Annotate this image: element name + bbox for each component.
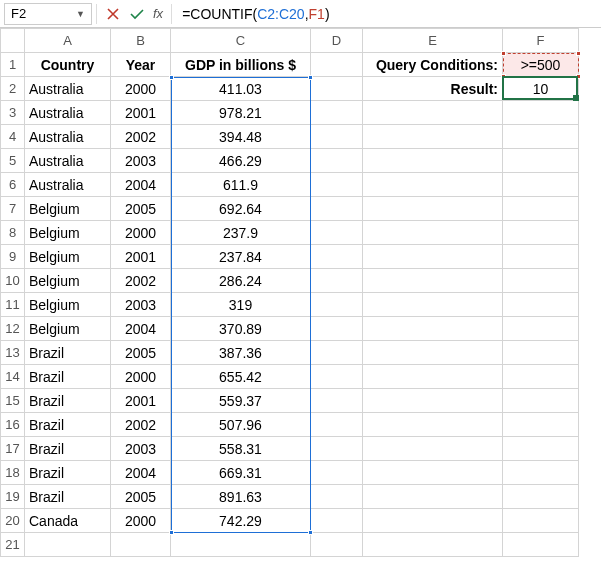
cell-E[interactable] [363,101,503,125]
cell-F[interactable] [503,197,579,221]
cell-year[interactable]: 2000 [111,509,171,533]
cell-year[interactable]: 2001 [111,101,171,125]
cell-E[interactable] [363,221,503,245]
cell-gdp[interactable]: 466.29 [171,149,311,173]
cell-F[interactable] [503,269,579,293]
formula-input[interactable]: =COUNTIF(C2:C20,F1) [176,6,601,22]
cell-country[interactable]: Belgium [25,293,111,317]
name-box[interactable]: F2 ▼ [4,3,92,25]
cell-blank[interactable] [311,77,363,101]
cell-B1[interactable]: Year [111,53,171,77]
row-header[interactable]: 11 [1,293,25,317]
cell-year[interactable]: 2000 [111,77,171,101]
cell-year[interactable]: 2003 [111,149,171,173]
cell-country[interactable]: Belgium [25,317,111,341]
cell-year[interactable]: 2003 [111,437,171,461]
cell-F[interactable] [503,101,579,125]
row-header[interactable]: 12 [1,317,25,341]
cell-F[interactable] [503,149,579,173]
cell-year[interactable]: 2004 [111,317,171,341]
cell-gdp[interactable]: 978.21 [171,101,311,125]
row-header[interactable]: 16 [1,413,25,437]
col-header-B[interactable]: B [111,29,171,53]
cell-F[interactable] [503,245,579,269]
cell-country[interactable]: Brazil [25,461,111,485]
cell-F[interactable] [503,461,579,485]
chevron-down-icon[interactable]: ▼ [76,9,85,19]
cell-E1[interactable]: Query Conditions: [363,53,503,77]
row-header[interactable]: 21 [1,533,25,557]
row-header[interactable]: 17 [1,437,25,461]
cell-gdp[interactable]: 411.03 [171,77,311,101]
cell-gdp[interactable]: 692.64 [171,197,311,221]
row-header[interactable]: 4 [1,125,25,149]
spreadsheet-grid[interactable]: A B C D E F 1 Country Year GDP in billio… [0,28,601,557]
cell-F[interactable] [503,293,579,317]
cell-F[interactable] [503,413,579,437]
cell-year[interactable]: 2002 [111,269,171,293]
cell-blank[interactable] [311,221,363,245]
cell-blank[interactable] [171,533,311,557]
cell-blank[interactable] [311,293,363,317]
cell-E[interactable] [363,197,503,221]
cell-country[interactable]: Brazil [25,413,111,437]
cell-blank[interactable] [311,485,363,509]
cell-F[interactable] [503,341,579,365]
cell-year[interactable]: 2001 [111,389,171,413]
cell-year[interactable]: 2001 [111,245,171,269]
cell-F[interactable] [503,365,579,389]
cell-blank[interactable] [363,533,503,557]
cell-F[interactable] [503,125,579,149]
cell-E[interactable] [363,317,503,341]
cell-blank[interactable] [111,533,171,557]
cell-E[interactable] [363,485,503,509]
cell-F[interactable]: 10 [503,77,579,101]
cell-E[interactable] [363,389,503,413]
row-header[interactable]: 10 [1,269,25,293]
cell-A1[interactable]: Country [25,53,111,77]
cell-E[interactable] [363,245,503,269]
cell-blank[interactable] [311,389,363,413]
cell-blank[interactable] [311,413,363,437]
row-header[interactable]: 19 [1,485,25,509]
cell-E[interactable] [363,173,503,197]
cell-gdp[interactable]: 237.84 [171,245,311,269]
cell-E[interactable]: Result: [363,77,503,101]
cell-year[interactable]: 2005 [111,197,171,221]
row-header[interactable]: 2 [1,77,25,101]
cell-gdp[interactable]: 319 [171,293,311,317]
cell-C1[interactable]: GDP in billions $ [171,53,311,77]
row-header[interactable]: 6 [1,173,25,197]
cell-gdp[interactable]: 891.63 [171,485,311,509]
row-header[interactable]: 20 [1,509,25,533]
row-header[interactable]: 5 [1,149,25,173]
cell-F[interactable] [503,509,579,533]
row-header[interactable]: 13 [1,341,25,365]
cell-year[interactable]: 2000 [111,365,171,389]
cell-country[interactable]: Brazil [25,341,111,365]
cell-D1[interactable] [311,53,363,77]
cell-E[interactable] [363,125,503,149]
cell-country[interactable]: Australia [25,101,111,125]
cell-blank[interactable] [311,173,363,197]
cell-gdp[interactable]: 394.48 [171,125,311,149]
cell-E[interactable] [363,149,503,173]
cell-year[interactable]: 2002 [111,413,171,437]
cell-F[interactable] [503,173,579,197]
cell-year[interactable]: 2003 [111,293,171,317]
cell-country[interactable]: Canada [25,509,111,533]
cell-blank[interactable] [311,461,363,485]
cell-E[interactable] [363,413,503,437]
row-header[interactable]: 3 [1,101,25,125]
cell-gdp[interactable]: 370.89 [171,317,311,341]
cell-country[interactable]: Brazil [25,389,111,413]
cell-E[interactable] [363,269,503,293]
cell-blank[interactable] [311,269,363,293]
cell-gdp[interactable]: 559.37 [171,389,311,413]
cell-country[interactable]: Brazil [25,437,111,461]
cell-year[interactable]: 2005 [111,341,171,365]
cell-E[interactable] [363,461,503,485]
cell-blank[interactable] [25,533,111,557]
cell-year[interactable]: 2005 [111,485,171,509]
col-header-F[interactable]: F [503,29,579,53]
